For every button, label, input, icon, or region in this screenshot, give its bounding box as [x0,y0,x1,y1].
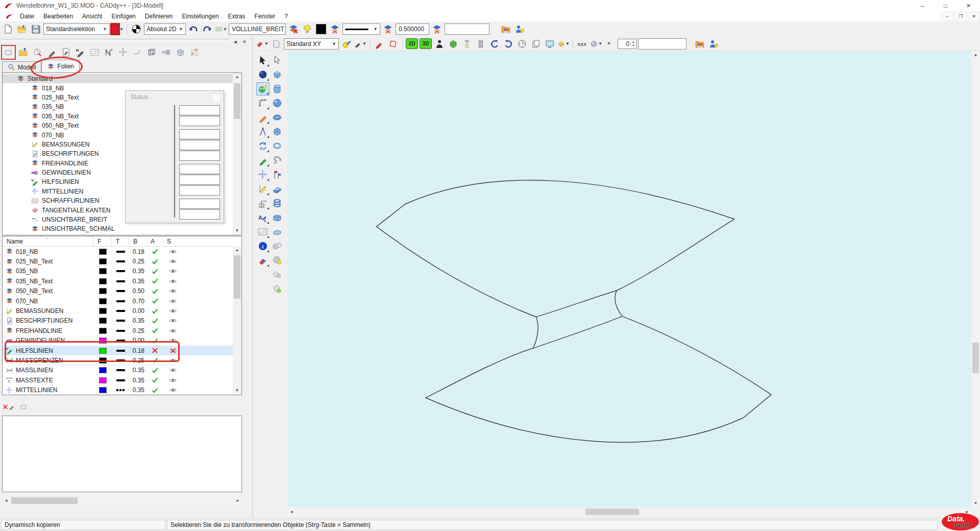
projection-button[interactable] [475,38,487,50]
rotate-right-button[interactable] [502,38,514,50]
grid-button[interactable]: ▼ [215,23,227,35]
linestyle-solid[interactable] [116,379,125,381]
info-tool-button[interactable]: i [256,239,270,253]
redline-frame-button[interactable] [387,38,399,50]
layer-active-check[interactable] [146,258,163,266]
grid-points-button[interactable] [188,45,202,59]
apply-width-to-layer-button[interactable] [431,23,443,35]
tab-folien[interactable]: Folien [41,60,80,73]
layer-visible-eye[interactable] [163,336,183,345]
layer-row-035_nb_text[interactable]: 035_NB_Text 0.35 [3,276,241,286]
table-scrollbar[interactable]: ▲ ▼ [233,246,241,395]
status-field[interactable] [179,105,220,115]
layer-visible-eye-off[interactable] [163,347,183,355]
centerline-button[interactable] [116,45,130,59]
sheet-button[interactable] [270,38,282,50]
layer-visible-eye[interactable] [163,366,183,374]
box-zoom-button[interactable]: ▼ [557,38,570,50]
menu-einstellungen[interactable]: Einstellungen [178,12,224,21]
torus-primitive-button[interactable] [271,111,284,124]
skeleton-tool-button[interactable] [256,96,270,110]
menu-datei[interactable]: Datei [15,12,39,21]
layer-visible-eye[interactable] [163,277,183,285]
layer-visible-eye[interactable] [163,267,183,275]
centerline-tool-button[interactable] [256,168,270,181]
slab-primitive-button[interactable] [271,225,284,238]
layer-row-bemassungen[interactable]: BEMASSUNGEN 0.00 [3,306,241,316]
helper-line-tool-button[interactable] [256,154,270,167]
open-button[interactable] [16,23,28,35]
layer-active-check[interactable] [146,248,163,255]
linetype-field[interactable]: VOLLLINIE_BREIT [229,23,286,35]
column-header-a[interactable]: A [146,236,163,246]
extra-field[interactable] [445,23,489,35]
orbit-button[interactable] [516,38,528,50]
layer-active-check[interactable] [146,367,163,374]
apply-color-to-layer-button[interactable] [329,23,341,35]
status-field[interactable] [179,199,220,209]
status-field[interactable] [179,164,220,174]
mode-3d-button[interactable]: 3D [420,38,432,49]
mode-2d-button[interactable]: 2D [406,38,418,49]
status-field[interactable] [179,151,220,161]
layer-active-cross[interactable] [146,347,163,354]
panel-splitter[interactable] [1,39,230,41]
layer-visible-eye[interactable] [163,386,183,394]
shared-folder-button-2[interactable] [694,38,706,50]
solid-button[interactable] [174,45,187,59]
dimension-tool-button[interactable] [256,182,270,196]
layer-color-swatch[interactable] [99,357,107,364]
import-layer-button[interactable] [16,45,30,59]
tree-item-standard[interactable]: Standard [3,74,233,83]
erase-tool-button[interactable] [1,45,16,60]
delete-filter-button[interactable] [2,401,14,413]
tree-item-unsichtbare_schmal[interactable]: UNSICHTBARE_SCHMAL [3,224,233,233]
boolean-intersect-tool-button[interactable] [271,268,284,281]
layer-visible-eye[interactable] [163,287,183,295]
layer-active-check[interactable] [146,337,163,345]
layer-color-swatch[interactable] [99,308,107,314]
point-style-button[interactable]: * [604,38,616,50]
maximize-button[interactable]: □ [934,0,957,11]
layer-clear-button[interactable] [287,23,300,35]
close-button[interactable]: ✕ [957,0,980,11]
column-header-t[interactable]: T [112,236,129,246]
layer-color-swatch[interactable] [99,387,107,393]
coordinate-mode-combo[interactable]: Absolut 2D▼ [144,23,186,35]
layer-visible-eye[interactable] [163,257,183,266]
tab-modell[interactable]: Modell [2,61,41,73]
boolean-union-tool-button[interactable] [271,239,284,253]
layer-active-check[interactable] [146,327,163,334]
redline-pen-button[interactable] [373,38,385,50]
sheet-edit-button[interactable] [59,45,73,59]
shared-folder-button[interactable] [500,23,512,35]
layer-visible-eye[interactable] [163,307,183,315]
tree-scrollbar[interactable]: ▲ ▼ [233,73,241,235]
layer-visible-eye[interactable] [163,317,183,325]
observer-button[interactable] [433,38,446,50]
wedge-primitive-button[interactable] [271,182,284,196]
leader-label-tool-button[interactable]: A [256,197,270,210]
menu-fenster[interactable]: Fenster [250,12,280,21]
canvas-vscrollbar[interactable]: ▲ ▼ [971,51,980,508]
column-header-f[interactable]: F [93,236,112,246]
layer-active-check[interactable] [146,387,163,394]
sphere-primitive-button[interactable] [271,96,284,110]
layer-row-050_nb_text[interactable]: 050_NB_Text 0.50 [3,286,241,296]
linestyle-solid[interactable] [116,369,125,371]
new-file-button[interactable] [2,23,14,35]
hatch-toggle-button[interactable]: XXX [576,38,589,50]
thread-button[interactable] [159,45,173,59]
delete-button[interactable]: ▼ [256,38,268,50]
layer-row-massgrenzen[interactable]: MASSGRENZEN 0.25 [3,355,241,365]
layer-color-swatch[interactable] [99,268,107,274]
light-button[interactable] [461,38,473,50]
layer-color-swatch[interactable] [99,258,107,264]
spin-up-icon[interactable]: ▲ [631,40,636,44]
render-mode-button[interactable]: ▼ [590,38,602,50]
mdi-close-button[interactable]: ✕ [968,12,980,21]
layer-row-025_nb_text[interactable]: 025_NB_Text 0.25 [3,256,241,266]
pen-button[interactable]: ▼ [354,38,366,50]
panel-hscrollbar[interactable]: ◄ ► [2,496,242,505]
tree-item-verdeckte_kanten_3d[interactable]: VERDECKTE_KANTEN_3D [3,234,233,235]
